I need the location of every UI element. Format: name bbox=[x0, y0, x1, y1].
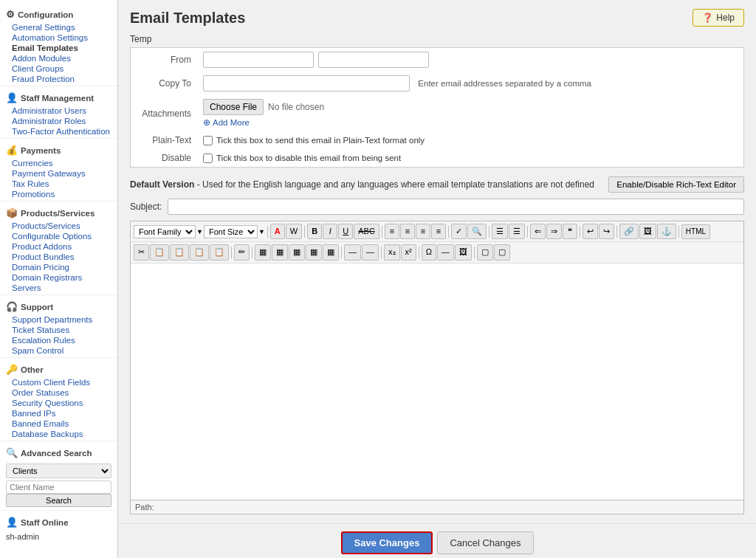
toolbar-sep11 bbox=[252, 247, 252, 258]
copy-to-input[interactable] bbox=[203, 75, 410, 92]
add-more-link[interactable]: ⊕ Add More bbox=[203, 117, 738, 128]
toolbar-outdent[interactable]: ⇐ bbox=[530, 224, 546, 239]
disable-checkbox[interactable] bbox=[203, 154, 213, 163]
search-icon: 🔍 bbox=[6, 447, 18, 458]
toolbar-ordered-list[interactable]: ☰ bbox=[509, 224, 525, 239]
toolbar-align-right[interactable]: ≡ bbox=[416, 224, 430, 239]
search-type-select[interactable]: Clients bbox=[6, 464, 111, 478]
sidebar-item-email-templates[interactable]: Email Templates bbox=[0, 43, 117, 53]
sidebar-item-order-statuses[interactable]: Order Statuses bbox=[0, 388, 117, 398]
rich-text-editor-button[interactable]: Enable/Disable Rich-Text Editor bbox=[608, 176, 744, 193]
toolbar-show-blocks[interactable]: ▢ bbox=[494, 244, 510, 260]
sidebar-item-ticket-statuses[interactable]: Ticket Statuses bbox=[0, 325, 117, 335]
toolbar-align-justify[interactable]: ≡ bbox=[431, 224, 446, 239]
sidebar-item-custom-client-fields[interactable]: Custom Client Fields bbox=[0, 377, 117, 388]
toolbar-subscript[interactable]: x₂ bbox=[384, 244, 400, 260]
sidebar-item-support-departments[interactable]: Support Departments bbox=[0, 314, 117, 325]
sidebar-item-banned-emails[interactable]: Banned Emails bbox=[0, 418, 117, 429]
toolbar-paste-text[interactable]: 📋 bbox=[190, 244, 209, 260]
sidebar-item-client-groups[interactable]: Client Groups bbox=[0, 63, 117, 74]
toolbar-sep14 bbox=[419, 247, 419, 258]
sidebar-item-two-factor-authentication[interactable]: Two-Factor Authentication bbox=[0, 126, 117, 137]
sidebar-item-escalation-rules[interactable]: Escalation Rules bbox=[0, 335, 117, 345]
toolbar-link[interactable]: 🔗 bbox=[619, 224, 639, 239]
search-input[interactable] bbox=[6, 480, 111, 494]
choose-file-button[interactable]: Choose File bbox=[203, 99, 264, 115]
sidebar-item-product-addons[interactable]: Product Addons bbox=[0, 241, 117, 252]
save-changes-button[interactable]: Save Changes bbox=[341, 531, 433, 554]
search-button[interactable]: Search bbox=[6, 494, 111, 507]
disable-label: Disable bbox=[131, 149, 197, 167]
editor-body[interactable] bbox=[131, 264, 743, 500]
toolbar-align-left[interactable]: ≡ bbox=[385, 224, 399, 239]
toolbar-highlight[interactable]: W bbox=[286, 224, 302, 239]
sidebar-item-tax-rules[interactable]: Tax Rules bbox=[0, 179, 117, 189]
sidebar-item-servers[interactable]: Servers bbox=[0, 283, 117, 293]
font-size-select[interactable]: Font Size bbox=[204, 225, 258, 238]
sidebar-item-configurable-options[interactable]: Configurable Options bbox=[0, 231, 117, 241]
toolbar-underline[interactable]: U bbox=[338, 224, 353, 239]
cancel-changes-button[interactable]: Cancel Changes bbox=[437, 531, 533, 554]
sidebar-item-administrator-roles[interactable]: Administrator Roles bbox=[0, 116, 117, 126]
toolbar-cleanup[interactable]: ✏ bbox=[234, 244, 250, 260]
sidebar-item-addon-modules[interactable]: Addon Modules bbox=[0, 53, 117, 63]
toolbar-anchor[interactable]: ⚓ bbox=[657, 224, 676, 239]
toolbar-indent[interactable]: ⇒ bbox=[546, 224, 562, 239]
toolbar-paste[interactable]: 📋 bbox=[170, 244, 189, 260]
copy-to-label: Copy To bbox=[131, 72, 197, 95]
toolbar-find[interactable]: 🔍 bbox=[467, 224, 487, 239]
toolbar-copy[interactable]: 📋 bbox=[150, 244, 169, 260]
sidebar-item-domain-pricing[interactable]: Domain Pricing bbox=[0, 262, 117, 272]
plain-text-checkbox[interactable] bbox=[203, 136, 213, 145]
toolbar-sep2 bbox=[304, 226, 305, 238]
sidebar-item-banned-ips[interactable]: Banned IPs bbox=[0, 408, 117, 418]
subject-input[interactable] bbox=[168, 199, 744, 215]
sidebar-item-spam-control[interactable]: Spam Control bbox=[0, 345, 117, 356]
help-button[interactable]: ❓ Help bbox=[693, 9, 744, 27]
toolbar-hr[interactable]: — bbox=[362, 244, 379, 260]
sidebar-item-payment-gateways[interactable]: Payment Gateways bbox=[0, 168, 117, 179]
toolbar-table-props[interactable]: ▦ bbox=[323, 244, 339, 260]
toolbar-table-row[interactable]: ▦ bbox=[272, 244, 288, 260]
user-icon: 👤 bbox=[6, 92, 18, 103]
toolbar-bold[interactable]: B bbox=[307, 224, 322, 239]
toolbar-strikethrough[interactable]: ABC bbox=[354, 224, 379, 239]
toolbar-sep13 bbox=[381, 247, 382, 258]
toolbar-table-cell[interactable]: ▦ bbox=[306, 244, 322, 260]
toolbar-redo[interactable]: ↪ bbox=[599, 224, 614, 239]
toolbar-italic[interactable]: I bbox=[323, 224, 337, 239]
toolbar-font-color[interactable]: A bbox=[270, 224, 285, 239]
from-input-1[interactable] bbox=[203, 52, 314, 68]
toolbar-paste-word[interactable]: 📋 bbox=[210, 244, 229, 260]
toolbar-template[interactable]: ▢ bbox=[477, 244, 493, 260]
toolbar-cut[interactable]: ✂ bbox=[134, 244, 149, 260]
from-input-2[interactable] bbox=[318, 52, 429, 68]
sidebar-item-database-backups[interactable]: Database Backups bbox=[0, 429, 117, 439]
toolbar-table-col[interactable]: ▦ bbox=[289, 244, 305, 260]
toolbar-blockquote[interactable]: ❝ bbox=[563, 224, 577, 239]
toolbar-spell-check[interactable]: ✓ bbox=[451, 224, 467, 239]
toolbar-unordered-list[interactable]: ☰ bbox=[492, 224, 508, 239]
toolbar-superscript[interactable]: x² bbox=[401, 244, 416, 260]
sidebar-item-general-settings[interactable]: General Settings bbox=[0, 22, 117, 32]
sidebar-item-fraud-protection[interactable]: Fraud Protection bbox=[0, 74, 117, 84]
toolbar-image[interactable]: 🖼 bbox=[639, 224, 656, 239]
sidebar-item-automation-settings[interactable]: Automation Settings bbox=[0, 32, 117, 43]
disable-desc: Tick this box to disable this email from… bbox=[216, 154, 401, 162]
toolbar-html[interactable]: HTML bbox=[681, 224, 710, 239]
sidebar-item-promotions[interactable]: Promotions bbox=[0, 189, 117, 199]
sidebar-item-currencies[interactable]: Currencies bbox=[0, 158, 117, 168]
toolbar-align-center[interactable]: ≡ bbox=[400, 224, 415, 239]
sidebar-item-domain-registrars[interactable]: Domain Registrars bbox=[0, 272, 117, 283]
sidebar-item-security-questions[interactable]: Security Questions bbox=[0, 398, 117, 408]
toolbar-media[interactable]: — bbox=[437, 244, 454, 260]
toolbar-undo[interactable]: ↩ bbox=[583, 224, 598, 239]
toolbar-special-chars[interactable]: Ω bbox=[422, 244, 436, 260]
sidebar-item-products-services[interactable]: Products/Services bbox=[0, 221, 117, 231]
sidebar-item-product-bundles[interactable]: Product Bundles bbox=[0, 252, 117, 262]
toolbar-flash[interactable]: 🖼 bbox=[455, 244, 472, 260]
font-family-select[interactable]: Font Family bbox=[134, 225, 196, 238]
toolbar-remove-format[interactable]: — bbox=[344, 244, 361, 260]
sidebar-item-administrator-users[interactable]: Administrator Users bbox=[0, 106, 117, 116]
toolbar-table[interactable]: ▦ bbox=[255, 244, 271, 260]
